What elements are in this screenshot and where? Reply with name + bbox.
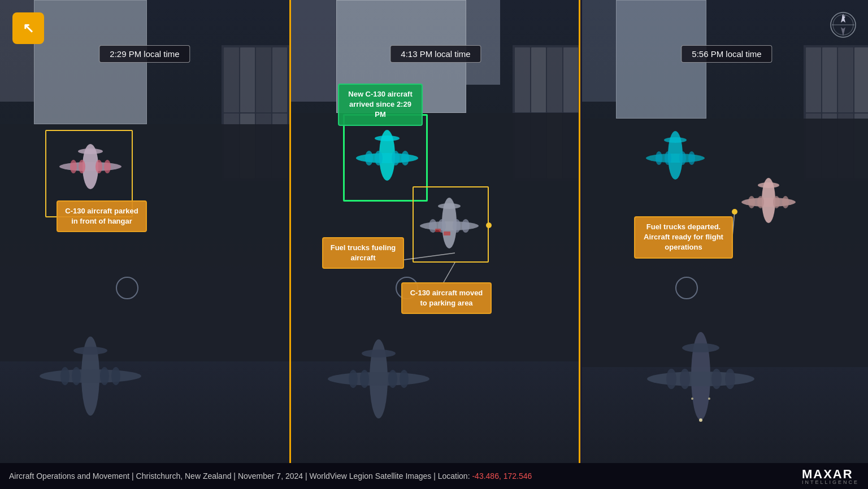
panel-1: 2:29 PM local time C-130 aircraft parked… <box>0 0 289 463</box>
bottom-bar: Aircraft Operations and Movement | Chris… <box>0 463 868 489</box>
svg-point-8 <box>40 369 141 383</box>
panel-3: 5:56 PM local time Fuel trucks departed.… <box>582 0 868 463</box>
svg-point-9 <box>73 347 107 355</box>
svg-point-57 <box>666 369 676 389</box>
svg-point-46 <box>688 151 695 165</box>
svg-point-62 <box>691 398 693 400</box>
yellow-box-p2-parking <box>413 186 489 263</box>
circle-marker-p1 <box>116 277 138 299</box>
aircraft-p3-large <box>639 320 763 435</box>
svg-point-45 <box>679 151 686 165</box>
coordinates: -43.486, 172.546 <box>472 471 532 481</box>
svg-point-59 <box>711 369 722 389</box>
cursor-icon: ↖ <box>12 12 44 44</box>
svg-point-61 <box>699 418 702 422</box>
svg-point-58 <box>680 369 690 389</box>
maxar-branding: MAXAR INTELLIGENCE <box>802 467 859 485</box>
aircraft-p2-large <box>322 328 435 432</box>
annotation-p2-new: New C-130 aircraft arrived since 2:29 PM <box>338 84 423 126</box>
svg-point-49 <box>758 182 779 188</box>
hangar-p2-side <box>466 0 500 85</box>
aircraft-p3-red <box>735 169 802 234</box>
aircraft-p3-cyan <box>639 124 712 189</box>
divider-1 <box>289 0 291 463</box>
svg-point-33 <box>362 350 396 357</box>
dot-p3 <box>732 209 737 215</box>
svg-point-55 <box>647 372 754 386</box>
circle-marker-p3 <box>675 277 698 299</box>
maxar-logo-sub: INTELLIGENCE <box>802 479 859 485</box>
footer-text: Aircraft Operations and Movement | Chris… <box>9 471 532 481</box>
aircraft-p1-large <box>34 325 147 429</box>
svg-point-56 <box>682 343 719 352</box>
svg-point-32 <box>328 372 429 386</box>
timestamp-p1: 2:29 PM local time <box>99 45 190 63</box>
timestamp-p3: 5:56 PM local time <box>681 45 772 63</box>
svg-point-63 <box>708 398 710 400</box>
building-p3-left <box>582 0 616 102</box>
compass-icon: N <box>830 11 857 38</box>
svg-point-42 <box>664 137 687 143</box>
main-container: 2:29 PM local time C-130 aircraft parked… <box>0 0 868 489</box>
annotation-p2-parking: C-130 aircraft moved to parking area <box>401 282 492 314</box>
svg-point-43 <box>656 151 662 165</box>
svg-point-60 <box>725 369 735 389</box>
building-p2-left <box>291 0 336 102</box>
svg-text:N: N <box>842 14 845 19</box>
divider-2 <box>579 0 580 463</box>
svg-point-37 <box>400 370 409 388</box>
svg-point-53 <box>782 196 789 208</box>
svg-point-41 <box>646 154 705 163</box>
svg-point-36 <box>388 370 397 388</box>
svg-point-44 <box>665 151 671 165</box>
svg-point-10 <box>60 367 70 385</box>
annotation-p2-fuel: Fuel trucks fueling aircraft <box>322 237 404 269</box>
panel-2: 4:13 PM local time New C-130 aircraft ar… <box>291 0 580 463</box>
annotation-p3-departed: Fuel trucks departed. Aircraft ready for… <box>634 216 733 259</box>
timestamp-p2: 4:13 PM local time <box>390 45 481 63</box>
svg-point-50 <box>748 196 755 208</box>
panels-container: 2:29 PM local time C-130 aircraft parked… <box>0 0 868 463</box>
annotation-p1-parked: C-130 aircraft parked in front of hangar <box>57 200 147 232</box>
svg-point-52 <box>773 196 780 208</box>
svg-point-34 <box>349 370 358 388</box>
svg-point-12 <box>100 367 109 385</box>
svg-point-51 <box>757 196 764 208</box>
svg-point-11 <box>72 367 81 385</box>
svg-point-13 <box>111 367 120 385</box>
svg-point-35 <box>360 370 369 388</box>
dot-p2 <box>486 222 492 228</box>
